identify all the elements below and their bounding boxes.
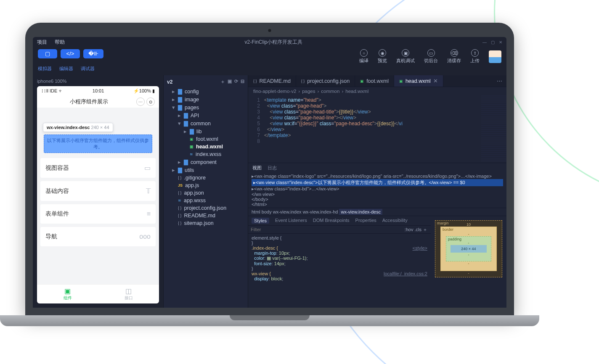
tabs-more-icon[interactable]: ⋯ [493,78,506,84]
devtab-log[interactable]: 日志 [268,165,277,171]
list-item[interactable]: 基础内容𝕋 [40,181,156,201]
editor-tab[interactable]: ▣foot.wxml [355,75,394,87]
refresh-icon[interactable]: ⟳ [234,79,238,85]
action-background[interactable]: ▭切后台 [424,49,438,64]
highlighted-element[interactable]: 以下将展示小程序官方组件能力，组件样式仅供参考。 [44,135,152,153]
action-upload[interactable]: ⇧上传 [470,49,480,64]
file-node[interactable]: ≋index.wxss [164,150,248,158]
breadcrumbs[interactable]: fino-applet-demo-v2›pages›common›head.wx… [248,87,506,95]
action-remote-debug[interactable]: ▣真机调试 [396,49,415,64]
dom-path[interactable]: html body wx-view.index wx-view.index-hd… [248,208,506,216]
window-close-icon[interactable]: ✕ [499,40,502,45]
menu-help[interactable]: 帮助 [55,39,65,46]
folder-node[interactable]: ▸▇API [164,111,248,119]
dom-tree[interactable]: ▸<wx-image class="index-logo" src="../re… [248,173,506,208]
laptop-frame: 项目 帮助 v2-FinClip小程序开发工具 — ▢ ✕ ▢ </> �⊪ ○… [25,23,514,326]
collapse-icon[interactable]: ⊟ [241,79,244,85]
avatar[interactable] [489,50,501,63]
new-folder-icon[interactable]: ▣ [228,79,232,85]
file-node[interactable]: { }project.config.json [164,204,248,212]
styles-filter-input[interactable] [248,226,401,233]
toggle-editor[interactable]: </> [61,49,80,58]
devtab-view[interactable]: 视图 [252,165,262,171]
folder-node[interactable]: ▾▇common [164,119,248,127]
file-node[interactable]: ▣head.wxml [164,143,248,150]
file-node[interactable]: JSapp.js [164,182,248,189]
action-clear-cache[interactable]: ⌫清缓存 [447,49,461,64]
list-item[interactable]: 视图容器▭ [40,158,156,178]
editor-tab[interactable]: ▣head.wxml✕ [394,75,443,87]
toggle-simulator[interactable]: ▢ [38,49,57,58]
box-model: margin 10 border - padding - 240 × 4 [431,216,506,308]
label-debugger: 调试器 [81,66,95,72]
label-simulator: 模拟器 [38,66,52,72]
folder-node[interactable]: ▸▇utils [164,166,248,174]
file-explorer[interactable]: v2 ＋ ▣ ⟳ ⊟ ▸▇config▸▇image▾▇pages▸▇API▾▇… [163,75,248,308]
file-node[interactable]: ▣foot.wxml [164,135,248,143]
file-node[interactable]: { }sitemap.json [164,219,248,227]
code-editor[interactable]: 1<template name="head">2 <view class="pa… [248,95,506,163]
box-content-size: 240 × 44 [451,245,487,253]
styles-tab[interactable]: DOM Breakpoints [313,218,350,224]
new-file-icon[interactable]: ＋ [220,79,225,85]
project-root[interactable]: v2 [167,79,172,85]
file-node[interactable]: ≋app.wxss [164,197,248,204]
action-compile[interactable]: ○编译 [359,49,368,64]
window-minimize-icon[interactable]: — [482,40,487,45]
action-preview[interactable]: ◉预览 [378,49,387,64]
status-carrier: ⫶⫶ll IDE ᯤ [41,88,63,94]
list-item[interactable]: 表单组件≡ [40,204,156,224]
folder-node[interactable]: ▸▇image [164,95,248,103]
phone-frame: ⫶⫶ll IDE ᯤ 10:01 ⚡100% ▮ 小程序组件展示 ⋯ ⊙ [37,86,159,303]
status-battery: ⚡100% ▮ [133,88,155,94]
styles-tab[interactable]: Properties [355,218,376,224]
page-title: 小程序组件展示 [41,98,136,106]
styles-tab[interactable]: Event Listeners [275,218,307,224]
folder-node[interactable]: ▸▇config [164,87,248,95]
styles-tab[interactable]: Accessibility [382,218,408,224]
inspect-tooltip: wx-view.index-desc 240 × 44 [43,123,113,132]
file-node[interactable]: { }app.json [164,189,248,197]
ide-window: 项目 帮助 v2-FinClip小程序开发工具 — ▢ ✕ ▢ </> �⊪ ○… [33,37,506,308]
simulator-pane: iphone6 100% ⫶⫶ll IDE ᯤ 10:01 ⚡100% ▮ 小程… [33,75,163,308]
status-time: 10:01 [93,88,104,94]
file-node[interactable]: { }.gitignore [164,174,248,182]
window-maximize-icon[interactable]: ▢ [491,40,495,45]
tab-api[interactable]: ◫接口 [98,285,159,303]
menubar: 项目 帮助 v2-FinClip小程序开发工具 — ▢ ✕ [33,37,506,47]
file-node[interactable]: { }README.md [164,212,248,219]
list-item[interactable]: 导航ooo [40,227,156,246]
styles-tab[interactable]: Styles [252,218,269,224]
label-editor: 编辑器 [59,66,73,72]
device-info: iphone6 100% [37,79,159,84]
folder-node[interactable]: ▾▇pages [164,103,248,111]
css-rules[interactable]: element.style { } .index-desc {<style> m… [248,234,431,283]
styles-hov-toggle[interactable]: :hov .cls ＋ [401,227,431,233]
devtools: 视图 日志 ▸<wx-image class="index-logo" src=… [248,163,506,308]
toolbar: ▢ </> �⊪ ○编译 ◉预览 ▣真机调试 ▭切后台 ⌫清缓存 ⇧上传 [33,47,506,67]
editor-tab[interactable]: { }README.md [248,75,296,87]
minimap[interactable] [481,95,506,163]
folder-node[interactable]: ▸▇lib [164,127,248,135]
toggle-debugger[interactable]: �⊪ [83,49,103,58]
editor-tabs: { }README.md{ }project.config.json▣foot.… [248,75,506,87]
editor-tab[interactable]: { }project.config.json [296,75,355,87]
capsule-menu-icon[interactable]: ⋯ [136,98,145,106]
window-title: v2-FinClip小程序开发工具 [72,39,475,46]
menu-project[interactable]: 项目 [37,39,47,46]
folder-node[interactable]: ▸▇component [164,158,248,166]
capsule-close-icon[interactable]: ⊙ [146,98,155,106]
tab-components[interactable]: ▣组件 [37,285,98,303]
